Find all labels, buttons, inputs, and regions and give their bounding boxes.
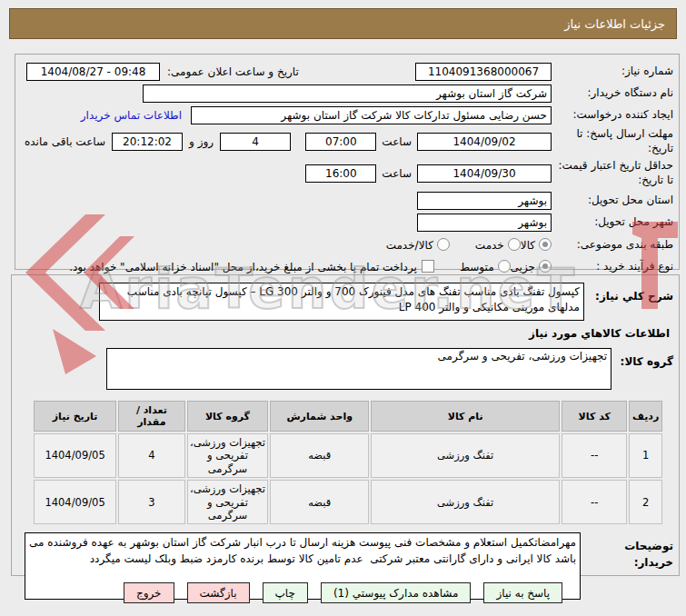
buyer-contact-link[interactable]: اطلاعات تماس خریدار [81,109,182,122]
cell-row-number: 1 [629,433,662,478]
buyer-org-label: نام دستگاه خریدار: [552,86,673,101]
table-row: 2 -- تفنگ ورزشی قبضه تجهیزات ورزشی، تفری… [34,480,662,524]
process-type-option-medium[interactable]: متوسط [460,260,511,273]
process-type-option-minor[interactable]: جزیی [511,260,552,273]
radio-medium-label: متوسط [460,261,494,273]
treasury-payment-option[interactable]: پرداخت تمام یا بخشی از مبلغ خرید،از محل … [69,260,434,273]
buyer-org-field[interactable] [143,84,552,103]
delivery-province-field[interactable] [417,192,552,210]
remaining-days-label: روز و [189,135,214,148]
radio-minor-label: جزیی [511,261,535,273]
request-creator-label: ایجاد کننده درخواست: [552,108,673,123]
radio-goods-label: کالا [521,239,535,252]
need-details-page: جزئیات اطلاعات نیاز شماره نیاز: تاریخ و … [0,0,686,616]
goods-table-header-row: ردیف کد کالا نام کالا واحد شمارش گروه کا… [34,401,662,432]
radio-goods-service-icon[interactable] [437,238,450,251]
subject-class-option-goods-service[interactable]: کالا/خدمت [386,238,450,252]
buyer-notes-label: توضیحات خریدار: [581,532,673,571]
response-deadline-date-field[interactable] [417,133,552,151]
col-header-row-number: ردیف [629,401,662,432]
goods-group-textarea[interactable]: تجهیزات ورزشی، تفریحی و سرگرمی [106,348,611,390]
need-description-textarea[interactable]: کپسول تفنگ بادی مناسب تفنگ های مدل فینور… [99,283,584,321]
request-creator-field[interactable] [191,106,552,124]
radio-minor-icon[interactable] [539,260,552,273]
col-header-goods-group: گروه کالا [187,401,269,432]
cell-unit: قبضه [270,433,369,478]
col-header-goods-name: نام کالا [371,401,560,432]
subject-class-option-service[interactable]: خدمت [475,238,521,252]
price-validity-time-field[interactable] [305,164,376,183]
radio-service-label: خدمت [475,239,504,252]
cell-goods-code: -- [562,433,627,478]
need-number-field[interactable] [415,63,552,81]
radio-goods-service-label: کالا/خدمت [386,239,433,252]
col-header-goods-code: کد کالا [562,401,627,432]
need-info-groupbox: شماره نیاز: تاریخ و ساعت اعلان عمومی: نا… [15,54,680,270]
cell-quantity: 3 [118,480,184,524]
remaining-days-field[interactable] [220,133,291,151]
delivery-city-field[interactable] [417,214,552,232]
page-title-bar: جزئیات اطلاعات نیاز [9,8,677,39]
delivery-city-label: شهر محل تحویل: [552,215,673,230]
col-header-unit: واحد شمارش [270,401,369,432]
process-type-label: نوع فرآیند خرید : [552,260,673,274]
treasury-payment-label: پرداخت تمام یا بخشی از مبلغ خرید،از محل … [69,261,417,273]
cell-goods-code: -- [562,480,627,524]
delivery-province-label: استان محل تحویل: [552,194,673,208]
table-row: 1 -- تفنگ ورزشی قبضه تجهیزات ورزشی، تفری… [34,433,662,478]
response-deadline-time-field[interactable] [305,133,376,151]
need-description-label: شرح کلي نياز: [584,283,673,304]
cell-goods-name: تفنگ ورزشی [371,433,560,478]
response-deadline-label: مهلت ارسال پاسخ: تا تاریخ: [552,127,673,155]
goods-group-label: گروه کالا: [611,348,673,370]
back-button[interactable]: بازگشت [187,582,250,603]
cell-goods-name: تفنگ ورزشی [371,480,560,524]
cell-need-date: 1404/09/05 [34,433,116,478]
time-remaining-group: روز و ساعت باقی مانده [21,133,291,151]
remaining-suffix-label: ساعت باقی مانده [25,135,105,148]
remaining-countdown-field[interactable] [112,133,183,151]
action-button-row: پاسخ به نیاز مشاهده مدارک پیوستي (1) چاپ… [0,582,686,603]
subject-class-option-goods[interactable]: کالا [521,238,552,252]
col-header-quantity: تعداد / مقدار [118,401,184,432]
cell-quantity: 4 [118,433,184,478]
goods-table: ردیف کد کالا نام کالا واحد شمارش گروه کا… [32,399,664,526]
radio-service-icon[interactable] [508,238,521,251]
announce-datetime-field[interactable] [26,63,160,81]
view-attachments-button[interactable]: مشاهده مدارک پیوستي (1) [321,582,472,603]
subject-class-label: طبقه بندی موضوعی: [552,238,673,253]
cell-goods-group: تجهیزات ورزشی، تفریحی و سرگرمی [187,480,269,524]
goods-info-groupbox: شرح کلي نياز: کپسول تفنگ بادی مناسب تفنگ… [11,274,680,576]
price-validity-time-label: ساعت [382,167,412,180]
col-header-need-date: تاریخ نیاز [34,401,116,432]
price-validity-date-field[interactable] [417,164,552,183]
cell-need-date: 1404/09/05 [34,480,116,524]
treasury-payment-checkbox[interactable] [422,260,434,273]
exit-button[interactable]: خروج [124,582,174,603]
radio-goods-icon[interactable] [539,238,552,251]
price-validity-label: حداقل تاریخ اعتبار قیمت: تا تاریخ: [552,159,673,187]
print-button[interactable]: چاپ [263,582,308,603]
cell-goods-group: تجهیزات ورزشی، تفریحی و سرگرمی [187,433,269,478]
announce-datetime-label: تاریخ و ساعت اعلان عمومی: [167,65,299,78]
need-number-label: شماره نیاز: [552,65,673,79]
radio-medium-icon[interactable] [498,260,511,273]
goods-section-heading: اطلاعات کالاهاي مورد نياز [17,327,670,340]
response-deadline-time-label: ساعت [382,135,412,148]
page-title: جزئیات اطلاعات نیاز [564,17,665,31]
cell-row-number: 2 [629,480,662,524]
cell-unit: قبضه [270,480,369,524]
respond-to-need-button[interactable]: پاسخ به نیاز [483,582,562,603]
